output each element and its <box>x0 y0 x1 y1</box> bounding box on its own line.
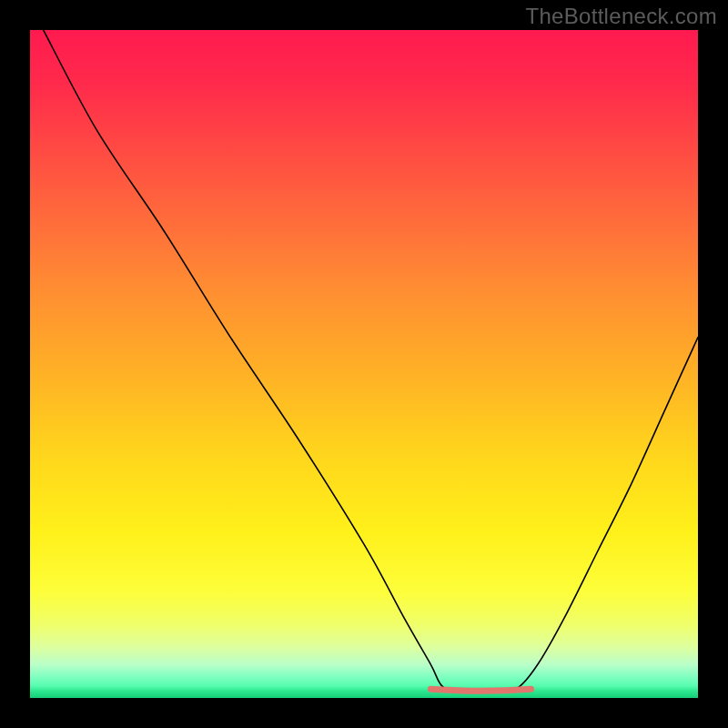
plot-area <box>30 30 698 698</box>
bottleneck-curve <box>44 30 698 692</box>
valley-highlight <box>430 689 531 691</box>
watermark-text: TheBottleneck.com <box>525 4 717 29</box>
curve-layer <box>30 30 698 698</box>
chart-frame: TheBottleneck.com <box>0 0 728 728</box>
